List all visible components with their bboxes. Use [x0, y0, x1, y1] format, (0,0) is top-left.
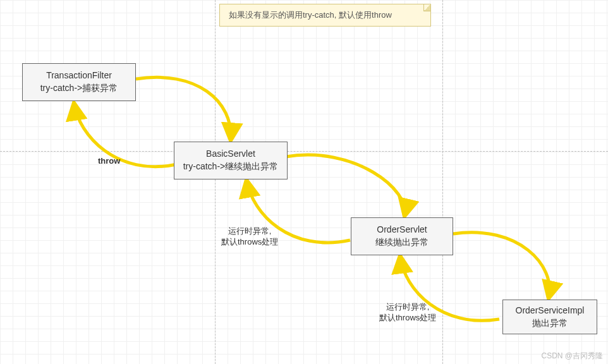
node-subtitle: 抛出异常	[509, 317, 590, 330]
edge-label-runtime-1: 运行时异常, 默认throws处理	[221, 226, 278, 248]
arrow-bs-to-tf	[74, 103, 177, 167]
edge-label-throw: throw	[98, 156, 120, 167]
arrow-bs-to-os	[286, 155, 405, 216]
node-title: BasicServlet	[181, 148, 281, 161]
note-sticky: 如果没有显示的调用try-catch, 默认使用throw	[219, 4, 431, 27]
node-order-servlet[interactable]: OrderServlet 继续抛出异常	[351, 217, 453, 255]
node-subtitle: 继续抛出异常	[358, 236, 446, 249]
arrow-os-to-osi	[453, 233, 550, 298]
node-order-service-impl[interactable]: OrderServiceImpl 抛出异常	[502, 300, 597, 334]
guide-vertical-1	[215, 0, 216, 364]
node-title: TransactionFilter	[29, 70, 129, 82]
guide-horizontal	[0, 151, 608, 152]
arrow-tf-to-bs	[136, 77, 231, 140]
guide-vertical-2	[442, 0, 443, 364]
watermark: CSDN @吉冈秀隆	[541, 351, 603, 361]
node-subtitle: try-catch->捕获异常	[29, 82, 129, 95]
node-title: OrderServiceImpl	[509, 305, 590, 317]
node-subtitle: try-catch->继续抛出异常	[181, 161, 281, 173]
note-text: 如果没有显示的调用try-catch, 默认使用throw	[229, 10, 392, 20]
node-title: OrderServlet	[358, 224, 446, 236]
node-basic-servlet[interactable]: BasicServlet try-catch->继续抛出异常	[174, 142, 288, 179]
node-transaction-filter[interactable]: TransactionFilter try-catch->捕获异常	[22, 63, 136, 101]
edge-label-runtime-2: 运行时异常, 默认throws处理	[379, 302, 436, 324]
